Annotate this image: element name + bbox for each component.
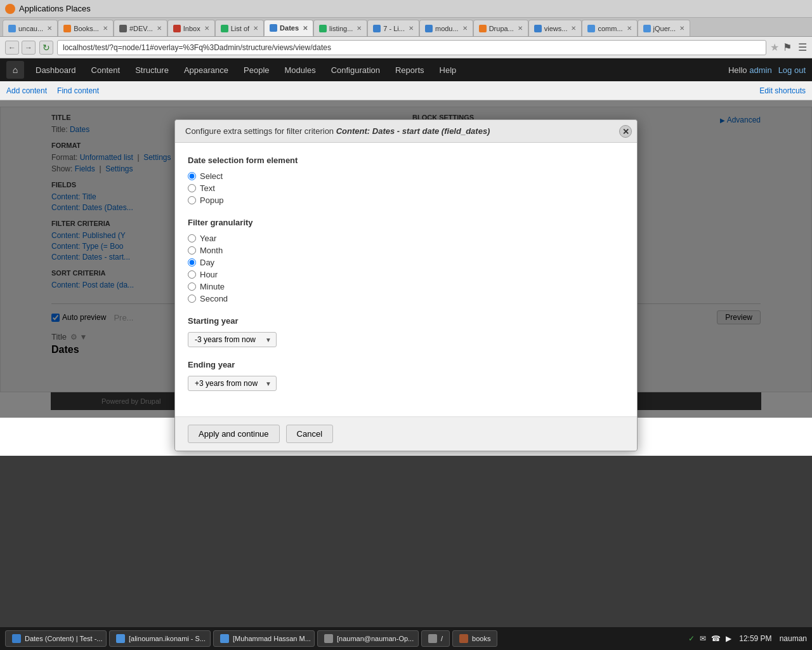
tab-icon <box>373 25 381 32</box>
radio-select-input[interactable] <box>188 172 196 180</box>
tab-dates[interactable]: Dates ✕ <box>264 20 313 36</box>
tab-drupa[interactable]: Drupa... ✕ <box>473 20 528 36</box>
refresh-button[interactable]: ↻ <box>39 41 53 55</box>
tab-books[interactable]: Books... ✕ <box>58 20 114 36</box>
tab-close[interactable]: ✕ <box>303 25 308 32</box>
nav-reports[interactable]: Reports <box>388 58 432 81</box>
modal-header: Configure extra settings for filter crit… <box>175 120 637 143</box>
add-content-link[interactable]: Add content <box>6 86 47 95</box>
content-area: TITLE Title: Dates FORMAT Format: Unform… <box>0 100 812 418</box>
tab-icon <box>319 25 327 32</box>
tab-bar: uncau... ✕ Books... ✕ #DEV... ✕ Inbox ✕ … <box>0 18 812 37</box>
radio-second-input[interactable] <box>188 295 196 303</box>
nav-help[interactable]: Help <box>432 58 464 81</box>
radio-select: Select <box>188 171 624 181</box>
ending-year-section: Ending year -3 years from now -2 years f… <box>188 360 624 391</box>
nav-appearance[interactable]: Appearance <box>176 58 236 81</box>
radio-popup-label[interactable]: Popup <box>200 196 224 205</box>
tab-icon <box>173 25 181 32</box>
tab-list[interactable]: List of ✕ <box>215 20 264 36</box>
radio-text-label[interactable]: Text <box>200 183 215 193</box>
tab-close[interactable]: ✕ <box>627 25 632 32</box>
filter-granularity-section: Filter granularity Year Month Day <box>188 218 624 303</box>
tab-close[interactable]: ✕ <box>679 25 684 32</box>
starting-year-wrapper: -3 years from now -2 years from now -1 y… <box>188 332 277 347</box>
radio-hour-input[interactable] <box>188 270 196 279</box>
radio-minute: Minute <box>188 282 624 291</box>
radio-popup-input[interactable] <box>188 196 196 204</box>
tab-icon <box>425 25 433 32</box>
tab-close[interactable]: ✕ <box>462 25 468 32</box>
admin-link[interactable]: admin <box>749 65 771 75</box>
back-button[interactable]: ← <box>5 41 19 55</box>
bookmark-manager-icon[interactable]: ⚑ <box>783 41 792 53</box>
cancel-button[interactable]: Cancel <box>286 425 333 443</box>
find-content-link[interactable]: Find content <box>57 86 99 95</box>
radio-text-input[interactable] <box>188 184 196 192</box>
radio-day: Day <box>188 258 624 267</box>
tab-views[interactable]: views... ✕ <box>528 20 582 36</box>
radio-minute-input[interactable] <box>188 282 196 291</box>
tab-icon <box>221 25 228 32</box>
tab-icon <box>119 25 127 32</box>
shortcut-bar: Add content Find content Edit shortcuts <box>0 81 812 100</box>
menu-icon[interactable]: ☰ <box>798 41 807 53</box>
starting-year-select[interactable]: -3 years from now -2 years from now -1 y… <box>188 332 277 347</box>
radio-month: Month <box>188 246 624 255</box>
tab-jquery[interactable]: jQuer... ✕ <box>638 20 690 36</box>
logout-link[interactable]: Log out <box>778 65 806 75</box>
radio-day-label[interactable]: Day <box>200 258 214 267</box>
tab-close[interactable]: ✕ <box>47 25 52 32</box>
radio-hour: Hour <box>188 270 624 279</box>
radio-minute-label[interactable]: Minute <box>200 282 225 291</box>
nav-content[interactable]: Content <box>84 58 128 81</box>
tab-close[interactable]: ✕ <box>253 25 258 32</box>
tab-close[interactable]: ✕ <box>409 25 414 32</box>
edit-shortcuts-link[interactable]: Edit shortcuts <box>759 86 806 95</box>
radio-year-input[interactable] <box>188 234 196 242</box>
radio-month-label[interactable]: Month <box>200 246 223 255</box>
home-button[interactable]: ⌂ <box>6 61 24 79</box>
nav-people[interactable]: People <box>236 58 277 81</box>
nav-structure[interactable]: Structure <box>128 58 176 81</box>
tab-uncau[interactable]: uncau... ✕ <box>3 20 58 36</box>
tab-icon <box>63 25 71 32</box>
apply-continue-button[interactable]: Apply and continue <box>188 425 280 443</box>
radio-text: Text <box>188 183 624 193</box>
tab-close[interactable]: ✕ <box>571 25 576 32</box>
tab-close[interactable]: ✕ <box>103 25 108 32</box>
bookmark-icon[interactable]: ★ <box>770 41 779 53</box>
tab-inbox[interactable]: Inbox ✕ <box>167 20 215 36</box>
tab-icon <box>587 25 595 32</box>
page-content: TITLE Title: Dates FORMAT Format: Unform… <box>0 100 812 456</box>
tab-7li[interactable]: 7 - Li... ✕ <box>367 20 419 36</box>
tab-icon <box>270 24 277 32</box>
drupal-nav: ⌂ Dashboard Content Structure Appearance… <box>0 58 812 81</box>
address-bar: ← → ↻ ★ ⚑ ☰ <box>0 37 812 58</box>
ending-year-select[interactable]: -3 years from now -2 years from now -1 y… <box>188 376 277 391</box>
radio-select-label[interactable]: Select <box>200 171 223 181</box>
tab-close[interactable]: ✕ <box>357 25 362 32</box>
radio-popup: Popup <box>188 196 624 205</box>
tab-close[interactable]: ✕ <box>518 25 523 32</box>
radio-month-input[interactable] <box>188 246 196 255</box>
ending-year-title: Ending year <box>188 360 624 369</box>
radio-hour-label[interactable]: Hour <box>200 270 218 279</box>
forward-button[interactable]: → <box>22 41 36 55</box>
tab-dev[interactable]: #DEV... ✕ <box>114 20 167 36</box>
tab-modu[interactable]: modu... ✕ <box>419 20 473 36</box>
tab-listing[interactable]: listing... ✕ <box>313 20 367 36</box>
nav-dashboard[interactable]: Dashboard <box>28 58 84 81</box>
nav-modules[interactable]: Modules <box>277 58 324 81</box>
nav-configuration[interactable]: Configuration <box>324 58 388 81</box>
radio-day-input[interactable] <box>188 258 196 267</box>
tab-close[interactable]: ✕ <box>157 25 162 32</box>
starting-year-section: Starting year -3 years from now -2 years… <box>188 316 624 347</box>
modal-close-button[interactable]: ✕ <box>619 125 632 138</box>
radio-second-label[interactable]: Second <box>200 294 228 303</box>
radio-year-label[interactable]: Year <box>200 234 216 243</box>
tab-close[interactable]: ✕ <box>204 25 209 32</box>
filter-granularity-title: Filter granularity <box>188 218 624 227</box>
tab-comm[interactable]: comm... ✕ <box>582 20 637 36</box>
url-bar[interactable] <box>57 40 766 55</box>
